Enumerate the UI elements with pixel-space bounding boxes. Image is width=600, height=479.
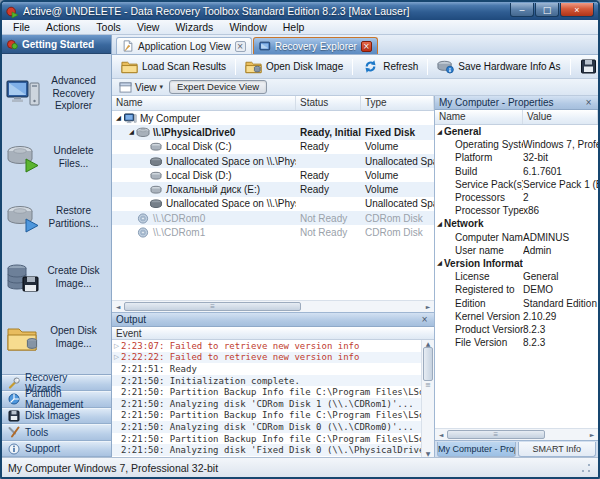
property-row-registered-to[interactable]: Registered toDEMO bbox=[435, 283, 598, 296]
properties-close-icon[interactable]: × bbox=[583, 98, 594, 107]
property-row-service-pack-s[interactable]: Service Pack(s)Service Pack 1 (Build 760… bbox=[435, 178, 598, 191]
scroll-left-icon[interactable]: ◄ bbox=[435, 429, 447, 440]
property-row-license[interactable]: LicenseGeneral bbox=[435, 270, 598, 283]
menu-item-view[interactable]: View bbox=[130, 20, 167, 34]
tree-row-my-computer[interactable]: ◢My Computer bbox=[112, 111, 434, 125]
tab-close-icon[interactable]: × bbox=[235, 41, 246, 52]
output-event-row[interactable]: 2:21:50: Analyzing disk 'CDRom Disk 1 (\… bbox=[112, 398, 421, 410]
properties-horizontal-scrollbar[interactable]: ◄ ► bbox=[435, 428, 598, 440]
sidebar-header-getting-started[interactable]: Getting Started bbox=[2, 35, 111, 54]
property-row-product-version[interactable]: Product Version8.2.3 bbox=[435, 323, 598, 336]
column-header-type[interactable]: Type bbox=[361, 96, 434, 110]
output-event-row[interactable]: 2:21:50: Analyzing disk 'Fixed Disk 0 (\… bbox=[112, 444, 421, 456]
scroll-up-icon[interactable]: ▲ bbox=[422, 340, 434, 347]
scroll-left-icon[interactable]: ◄ bbox=[112, 301, 124, 312]
menu-item-actions[interactable]: Actions bbox=[39, 20, 87, 34]
output-event-row[interactable]: 2:21:50: Initialization complete. bbox=[112, 375, 421, 387]
menu-item-help[interactable]: Help bbox=[276, 20, 312, 34]
tab-recovery-explorer[interactable]: Recovery Explorer× bbox=[253, 37, 378, 54]
expert-device-view-button[interactable]: Expert Device View bbox=[169, 80, 267, 94]
property-row-computer-name[interactable]: Computer NameADMINUS bbox=[435, 231, 598, 244]
output-event-row[interactable]: 2:21:50: Analyzing disk 'CDRom Disk 0 (\… bbox=[112, 421, 421, 433]
column-header-name[interactable]: Name bbox=[112, 96, 296, 110]
property-row-processors[interactable]: Processors2 bbox=[435, 191, 598, 204]
expand-arrow-icon[interactable]: ◢ bbox=[114, 114, 123, 122]
tree-row-cdrom1[interactable]: \\.\CDRom1Not ReadyCDRom Disk bbox=[112, 225, 434, 239]
tree-row-e[interactable]: Локальный диск (E:)ReadyVolume bbox=[112, 182, 434, 196]
property-row-kernel-version[interactable]: Kernel Version2.10.29 bbox=[435, 310, 598, 323]
tree-row-local-disk-c[interactable]: Local Disk (C:)ReadyVolume bbox=[112, 140, 434, 154]
column-header-status[interactable]: Status bbox=[296, 96, 361, 110]
property-row-processor-type[interactable]: Processor Typex86 bbox=[435, 204, 598, 217]
property-row-platform[interactable]: Platform32-bit bbox=[435, 151, 598, 164]
sidebar-item-restore-partitions[interactable]: Restore Partitions... bbox=[4, 201, 109, 235]
output-event-row[interactable]: ▷2:22:22: Failed to retrieve new version… bbox=[112, 352, 421, 364]
scroll-down-icon[interactable]: ▼ bbox=[422, 450, 434, 457]
menu-item-tools[interactable]: Tools bbox=[89, 20, 128, 34]
property-group-version-information[interactable]: ◢Version Information bbox=[435, 257, 598, 270]
scroll-right-icon[interactable]: ► bbox=[422, 301, 434, 312]
tab-application-log-view[interactable]: Application Log View× bbox=[116, 37, 252, 54]
scroll-right-icon[interactable]: ► bbox=[586, 429, 598, 440]
menu-item-file[interactable]: File bbox=[6, 20, 37, 34]
expand-arrow-icon[interactable]: ◢ bbox=[435, 259, 444, 267]
save-application-log-as-button[interactable]: Save Application Log As bbox=[573, 57, 600, 77]
sidebar-item-undelete-files[interactable]: Undelete Files... bbox=[4, 141, 109, 175]
tree-row-unallocated-space-on-physicaldrive0[interactable]: Unallocated Space on \\.\PhysicalDrive0U… bbox=[112, 154, 434, 168]
sidebar-item-open-disk-image[interactable]: Open Disk Image... bbox=[4, 321, 109, 355]
open-disk-image-button[interactable]: Open Disk Image bbox=[238, 57, 350, 77]
expand-arrow-icon[interactable]: ◢ bbox=[435, 128, 444, 136]
output-event-row[interactable]: 2:21:50: Partition Backup Info file C:\P… bbox=[112, 410, 421, 422]
resize-grip[interactable] bbox=[580, 462, 592, 474]
tree-hscroll-thumb[interactable] bbox=[124, 302, 301, 311]
output-event-row[interactable]: 2:21:50: Partition Backup Info file C:\P… bbox=[112, 386, 421, 398]
event-column-header[interactable]: Event bbox=[112, 327, 434, 340]
expand-arrow-icon[interactable]: ◢ bbox=[127, 128, 136, 136]
sidebar-section-partition-management[interactable]: Partition Management bbox=[2, 391, 111, 408]
tab-close-icon[interactable]: × bbox=[361, 41, 372, 52]
tree-row-cdrom0[interactable]: \\.\CDRom0Not ReadyCDRom Disk bbox=[112, 211, 434, 225]
load-scan-results-button[interactable]: Load Scan Results bbox=[114, 57, 233, 77]
property-group-network[interactable]: ◢Network bbox=[435, 217, 598, 230]
properties-hscroll-thumb[interactable] bbox=[447, 430, 545, 439]
minimize-button[interactable]: – bbox=[510, 3, 534, 17]
property-row-user-name[interactable]: User nameAdmin bbox=[435, 244, 598, 257]
view-dropdown-button[interactable]: View ▾ bbox=[116, 80, 166, 94]
prop-column-header-name[interactable]: Name bbox=[435, 110, 523, 124]
property-row-build[interactable]: Build6.1.7601 bbox=[435, 165, 598, 178]
refresh-button[interactable]: Refresh bbox=[355, 57, 425, 77]
output-event-row[interactable]: 2:21:50: Partition Backup Info file C:\P… bbox=[112, 433, 421, 445]
tree-item-label: My Computer bbox=[140, 113, 200, 124]
sidebar-section-tools[interactable]: Tools bbox=[2, 424, 111, 441]
expand-arrow-icon[interactable]: ◢ bbox=[435, 220, 444, 228]
panel-tab-smart-info[interactable]: SMART Info bbox=[518, 442, 597, 457]
property-group-general[interactable]: ◢General bbox=[435, 125, 598, 138]
sidebar-section-support[interactable]: Support bbox=[2, 441, 111, 458]
menu-item-window[interactable]: Window bbox=[222, 20, 273, 34]
output-vertical-scrollbar[interactable]: ▲ ≡ ▼ bbox=[421, 340, 434, 457]
maximize-button[interactable]: □ bbox=[535, 3, 559, 17]
save-hardware-info-as-button[interactable]: Save Hardware Info As bbox=[430, 57, 567, 77]
output-event-row[interactable]: ▷2:23:07: Failed to retrieve new version… bbox=[112, 340, 421, 352]
title-bar[interactable]: Active@ UNDELETE - Data Recovery Toolbox… bbox=[2, 2, 598, 20]
tree-row-physicaldrive0[interactable]: ◢\\.\PhysicalDrive0Ready, InitializedFix… bbox=[112, 125, 434, 139]
vscroll-mark: ≡ bbox=[422, 381, 434, 389]
tree-row-unallocated-space-on-physicaldrive0[interactable]: Unallocated Space on \\.\PhysicalDrive0U… bbox=[112, 197, 434, 211]
output-close-icon[interactable]: × bbox=[419, 315, 430, 324]
sidebar-item-create-disk-image[interactable]: Create Disk Image... bbox=[4, 261, 109, 295]
output-event-row[interactable]: 2:21:51: Ready bbox=[112, 363, 421, 375]
output-vscroll-thumb[interactable] bbox=[423, 347, 433, 381]
panel-tab-my-computer-properties[interactable]: My Computer - Properties bbox=[437, 442, 516, 457]
prop-column-header-value[interactable]: Value bbox=[523, 110, 598, 124]
property-row-file-version[interactable]: File Version8.2.3 bbox=[435, 336, 598, 349]
property-row-operating-system[interactable]: Operating SystemWindows 7, Professional bbox=[435, 138, 598, 151]
event-expand-icon[interactable]: ▷ bbox=[112, 353, 121, 361]
event-expand-icon[interactable]: ▷ bbox=[112, 342, 121, 350]
tree-horizontal-scrollbar[interactable]: ◄ ► bbox=[112, 300, 434, 312]
close-button[interactable]: × bbox=[560, 3, 594, 17]
unalloc-icon bbox=[149, 156, 163, 167]
sidebar-item-advanced-recovery-explorer[interactable]: Advanced Recovery Explorer bbox=[4, 73, 109, 115]
tree-row-local-disk-d[interactable]: Local Disk (D:)ReadyVolume bbox=[112, 168, 434, 182]
menu-item-wizards[interactable]: Wizards bbox=[168, 20, 220, 34]
property-row-edition[interactable]: EditionStandard Edition bbox=[435, 296, 598, 309]
